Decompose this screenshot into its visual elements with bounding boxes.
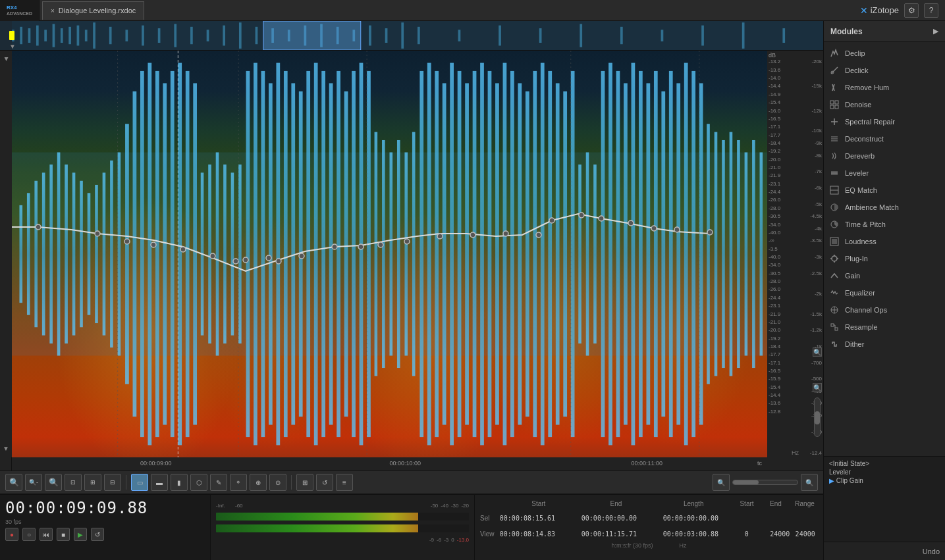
svg-rect-66 bbox=[186, 71, 190, 437]
svg-rect-96 bbox=[412, 132, 416, 376]
tab-filename: Dialogue Leveling.rxdoc bbox=[59, 7, 136, 14]
svg-rect-63 bbox=[163, 83, 167, 424]
spectrogram-container[interactable]: ▲ ▼ bbox=[0, 51, 823, 457]
magic-wand-button[interactable]: ⌖ bbox=[230, 474, 247, 491]
svg-point-159 bbox=[470, 232, 475, 238]
zoom-in-freq-button[interactable]: 🔍 bbox=[813, 347, 822, 357]
svg-point-157 bbox=[404, 239, 410, 244]
col-end2: End bbox=[763, 500, 789, 507]
svg-point-156 bbox=[378, 242, 383, 247]
scroll-arrow-down[interactable]: ▼ bbox=[9, 43, 16, 50]
module-item-dereverb[interactable]: Dereverb bbox=[824, 147, 945, 165]
zoom-in-time-button[interactable]: 🔍 bbox=[801, 474, 818, 491]
svg-rect-91 bbox=[375, 132, 378, 376]
module-item-leveler[interactable]: Leveler bbox=[824, 165, 945, 182]
svg-rect-127 bbox=[646, 83, 650, 424]
zoom-fit-button[interactable]: ⊡ bbox=[65, 474, 82, 491]
svg-rect-89 bbox=[360, 63, 364, 445]
prev-button[interactable]: ⏮ bbox=[40, 528, 53, 541]
history-clip-gain[interactable]: ▶ Clip Gain bbox=[829, 476, 940, 485]
module-item-denoise[interactable]: Denoise bbox=[824, 96, 945, 113]
process-history: <Initial State> Leveler ▶ Clip Gain bbox=[824, 456, 945, 542]
snap-button[interactable]: ⊞ bbox=[296, 474, 313, 491]
spectrogram-view[interactable] bbox=[12, 51, 767, 457]
svg-rect-78 bbox=[276, 63, 280, 445]
app-logo: RX4ADVANCED bbox=[0, 0, 40, 21]
view-hz-range: 24000 bbox=[796, 530, 818, 538]
sel-start: 00:00:08:15.61 bbox=[500, 515, 579, 522]
module-item-ambience-match[interactable]: Ambience Match bbox=[824, 199, 945, 216]
module-item-spectral-repair[interactable]: Spectral Repair bbox=[824, 113, 945, 130]
brush-tool-button[interactable]: ✎ bbox=[210, 474, 227, 491]
module-item-declick[interactable]: Declick bbox=[824, 62, 945, 79]
zoom-sel-button[interactable]: ⊞ bbox=[84, 474, 101, 491]
select-tool-button[interactable]: ▭ bbox=[131, 474, 148, 491]
initial-state-label: <Initial State> bbox=[829, 460, 869, 467]
time-mark-1: 00:00:09:00 bbox=[140, 460, 172, 467]
module-item-time-pitch[interactable]: Time & Pitch bbox=[824, 216, 945, 233]
freq-scroll-thumb[interactable] bbox=[815, 411, 820, 424]
select-freq-button[interactable]: ▮ bbox=[171, 474, 188, 491]
module-item-channel-ops[interactable]: Channel Ops bbox=[824, 301, 945, 318]
module-item-resample[interactable]: Resample bbox=[824, 318, 945, 336]
playhead-marker[interactable] bbox=[9, 31, 14, 40]
play-button[interactable]: ▶ bbox=[74, 528, 87, 541]
denoise-icon bbox=[829, 99, 840, 110]
select-time-button[interactable]: ▬ bbox=[151, 474, 168, 491]
module-item-gain[interactable]: Gain bbox=[824, 267, 945, 284]
bottom-arrow[interactable]: ▼ bbox=[3, 445, 9, 452]
module-item-declip[interactable]: Declip bbox=[824, 45, 945, 62]
zoom-out-time-button[interactable]: 🔍 bbox=[713, 474, 730, 491]
record-button[interactable]: ● bbox=[5, 528, 18, 541]
svg-rect-32 bbox=[458, 30, 461, 41]
monitor-button[interactable]: ○ bbox=[22, 528, 36, 541]
leveler-label: Leveler bbox=[845, 169, 869, 177]
loop-button[interactable]: ↺ bbox=[316, 474, 333, 491]
clip-gain-arrow: ▶ bbox=[829, 477, 836, 484]
module-item-eq-match[interactable]: EQ Match bbox=[824, 182, 945, 199]
svg-rect-175 bbox=[830, 101, 834, 104]
zoom-in-button[interactable]: 🔍 bbox=[5, 474, 22, 491]
svg-rect-124 bbox=[624, 83, 628, 424]
freq-scroll-slider[interactable] bbox=[814, 397, 821, 437]
svg-point-144 bbox=[95, 231, 100, 236]
mini-waveform[interactable]: ▼ bbox=[0, 21, 823, 51]
svg-rect-80 bbox=[291, 83, 295, 424]
module-item-dither[interactable]: Dither bbox=[824, 336, 945, 353]
view-label: View bbox=[480, 530, 497, 538]
top-arrow[interactable]: ▲ bbox=[3, 56, 10, 63]
help-button[interactable]: ? bbox=[924, 3, 938, 18]
zoom-waveform-button[interactable]: 🔍 bbox=[45, 474, 62, 491]
undo-button[interactable]: Undo bbox=[923, 547, 940, 555]
svg-rect-35 bbox=[580, 24, 582, 47]
svg-rect-34 bbox=[539, 28, 542, 43]
mini-waveform-svg bbox=[12, 21, 823, 50]
module-item-remove-hum[interactable]: Remove Hum bbox=[824, 79, 945, 96]
zoom-out-freq-button[interactable]: 🔍 bbox=[813, 383, 822, 392]
loop-button-transport[interactable]: ↺ bbox=[91, 528, 104, 541]
stop-button[interactable]: ■ bbox=[57, 528, 70, 541]
file-tab[interactable]: × Dialogue Leveling.rxdoc bbox=[42, 1, 144, 20]
svg-rect-21 bbox=[256, 27, 258, 44]
list-button[interactable]: ≡ bbox=[336, 474, 353, 491]
zoom-all-button[interactable]: ⊟ bbox=[104, 474, 121, 491]
time-mark-tc: tc bbox=[757, 460, 762, 467]
lasso-tool-button[interactable]: ⬡ bbox=[190, 474, 207, 491]
settings-button[interactable]: ⚙ bbox=[904, 3, 919, 18]
svg-rect-44 bbox=[19, 205, 22, 303]
svg-rect-137 bbox=[722, 140, 725, 368]
svg-rect-129 bbox=[661, 91, 665, 417]
module-item-equalizer[interactable]: Equalizer bbox=[824, 284, 945, 301]
module-item-loudness[interactable]: Loudness bbox=[824, 233, 945, 250]
history-leveler[interactable]: Leveler bbox=[829, 468, 940, 476]
module-item-plugin[interactable]: Plug-In bbox=[824, 250, 945, 267]
svg-point-147 bbox=[180, 247, 186, 252]
zoom-out-button[interactable]: 🔍- bbox=[25, 474, 42, 491]
view-hz-end: 24000 bbox=[770, 530, 792, 538]
hand-tool-button[interactable]: ⊙ bbox=[269, 474, 286, 491]
modules-expand-icon[interactable]: ▶ bbox=[933, 27, 938, 36]
module-item-deconstruct[interactable]: Deconstruct bbox=[824, 130, 945, 147]
zoom-select-button[interactable]: ⊕ bbox=[250, 474, 267, 491]
svg-point-149 bbox=[233, 259, 238, 264]
time-zoom-slider[interactable] bbox=[732, 480, 798, 485]
